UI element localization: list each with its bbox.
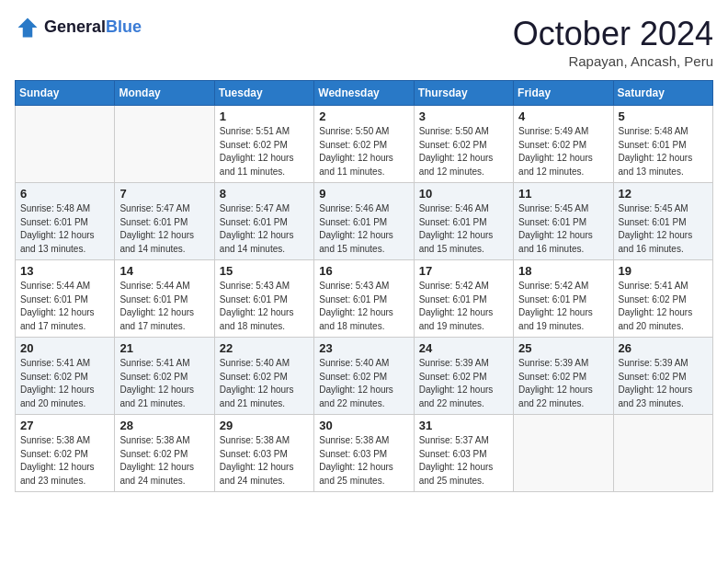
day-info: Sunrise: 5:47 AM Sunset: 6:01 PM Dayligh…	[220, 202, 309, 256]
calendar-cell: 1Sunrise: 5:51 AM Sunset: 6:02 PM Daylig…	[214, 106, 313, 183]
calendar-table: SundayMondayTuesdayWednesdayThursdayFrid…	[15, 80, 713, 492]
day-number: 13	[20, 264, 109, 278]
day-info: Sunrise: 5:47 AM Sunset: 6:01 PM Dayligh…	[119, 202, 209, 256]
day-info: Sunrise: 5:46 AM Sunset: 6:01 PM Dayligh…	[419, 202, 508, 256]
day-info: Sunrise: 5:48 AM Sunset: 6:01 PM Dayligh…	[619, 125, 708, 178]
day-number: 10	[419, 187, 508, 201]
calendar-cell: 4Sunrise: 5:49 AM Sunset: 6:02 PM Daylig…	[514, 106, 613, 183]
day-number: 5	[619, 109, 708, 123]
day-number: 16	[319, 264, 408, 278]
weekday-header-sunday: Sunday	[16, 81, 115, 106]
weekday-header-tuesday: Tuesday	[214, 81, 313, 106]
calendar-cell: 10Sunrise: 5:46 AM Sunset: 6:01 PM Dayli…	[414, 183, 513, 260]
day-number: 2	[319, 109, 408, 123]
logo-text: GeneralBlue	[44, 18, 142, 37]
day-info: Sunrise: 5:44 AM Sunset: 6:01 PM Dayligh…	[119, 280, 209, 333]
day-info: Sunrise: 5:39 AM Sunset: 6:02 PM Dayligh…	[419, 357, 508, 410]
day-info: Sunrise: 5:39 AM Sunset: 6:02 PM Dayligh…	[518, 357, 608, 410]
weekday-header-friday: Friday	[514, 81, 613, 106]
day-number: 8	[220, 187, 309, 201]
day-number: 28	[119, 419, 209, 432]
calendar-cell: 9Sunrise: 5:46 AM Sunset: 6:01 PM Daylig…	[314, 183, 414, 260]
day-info: Sunrise: 5:41 AM Sunset: 6:02 PM Dayligh…	[619, 280, 708, 333]
day-number: 27	[20, 419, 109, 432]
day-info: Sunrise: 5:49 AM Sunset: 6:02 PM Dayligh…	[518, 125, 608, 178]
weekday-header-row: SundayMondayTuesdayWednesdayThursdayFrid…	[16, 81, 713, 106]
calendar-cell: 27Sunrise: 5:38 AM Sunset: 6:02 PM Dayli…	[16, 415, 115, 492]
day-number: 7	[119, 187, 209, 201]
logo: GeneralBlue	[15, 15, 142, 40]
day-number: 1	[220, 109, 309, 123]
day-number: 15	[220, 264, 309, 278]
day-number: 31	[419, 419, 508, 432]
calendar-cell: 8Sunrise: 5:47 AM Sunset: 6:01 PM Daylig…	[214, 183, 313, 260]
day-info: Sunrise: 5:38 AM Sunset: 6:02 PM Dayligh…	[119, 434, 209, 488]
week-row-2: 6Sunrise: 5:48 AM Sunset: 6:01 PM Daylig…	[16, 183, 713, 260]
calendar-cell: 21Sunrise: 5:41 AM Sunset: 6:02 PM Dayli…	[115, 338, 214, 415]
day-number: 30	[319, 419, 408, 432]
day-info: Sunrise: 5:51 AM Sunset: 6:02 PM Dayligh…	[220, 125, 309, 178]
day-info: Sunrise: 5:48 AM Sunset: 6:01 PM Dayligh…	[20, 202, 109, 256]
day-number: 14	[119, 264, 209, 278]
day-info: Sunrise: 5:39 AM Sunset: 6:02 PM Dayligh…	[619, 357, 708, 410]
calendar-cell: 15Sunrise: 5:43 AM Sunset: 6:01 PM Dayli…	[214, 260, 313, 338]
week-row-5: 27Sunrise: 5:38 AM Sunset: 6:02 PM Dayli…	[16, 415, 713, 492]
day-number: 22	[220, 341, 309, 355]
calendar-cell: 23Sunrise: 5:40 AM Sunset: 6:02 PM Dayli…	[314, 338, 414, 415]
day-number: 9	[319, 187, 408, 201]
calendar-cell: 11Sunrise: 5:45 AM Sunset: 6:01 PM Dayli…	[514, 183, 613, 260]
calendar-cell: 31Sunrise: 5:37 AM Sunset: 6:03 PM Dayli…	[414, 415, 513, 492]
day-number: 11	[518, 187, 608, 201]
calendar-cell: 5Sunrise: 5:48 AM Sunset: 6:01 PM Daylig…	[613, 106, 712, 183]
title-block: October 2024 Rapayan, Ancash, Peru	[513, 15, 713, 69]
page-header: GeneralBlue October 2024 Rapayan, Ancash…	[15, 15, 713, 69]
calendar-cell: 30Sunrise: 5:38 AM Sunset: 6:03 PM Dayli…	[314, 415, 414, 492]
calendar-cell	[16, 106, 115, 183]
day-number: 23	[319, 341, 408, 355]
calendar-cell: 14Sunrise: 5:44 AM Sunset: 6:01 PM Dayli…	[115, 260, 214, 338]
day-number: 4	[518, 109, 608, 123]
day-info: Sunrise: 5:40 AM Sunset: 6:02 PM Dayligh…	[319, 357, 408, 410]
day-info: Sunrise: 5:45 AM Sunset: 6:01 PM Dayligh…	[619, 202, 708, 256]
weekday-header-thursday: Thursday	[414, 81, 513, 106]
calendar-cell: 28Sunrise: 5:38 AM Sunset: 6:02 PM Dayli…	[115, 415, 214, 492]
month-title: October 2024	[513, 15, 713, 53]
day-info: Sunrise: 5:44 AM Sunset: 6:01 PM Dayligh…	[20, 280, 109, 333]
day-number: 21	[119, 341, 209, 355]
day-info: Sunrise: 5:50 AM Sunset: 6:02 PM Dayligh…	[419, 125, 508, 178]
calendar-cell	[115, 106, 214, 183]
calendar-cell: 18Sunrise: 5:42 AM Sunset: 6:01 PM Dayli…	[514, 260, 613, 338]
week-row-1: 1Sunrise: 5:51 AM Sunset: 6:02 PM Daylig…	[16, 106, 713, 183]
day-number: 19	[619, 264, 708, 278]
calendar-cell: 22Sunrise: 5:40 AM Sunset: 6:02 PM Dayli…	[214, 338, 313, 415]
svg-marker-0	[18, 18, 38, 38]
calendar-cell: 17Sunrise: 5:42 AM Sunset: 6:01 PM Dayli…	[414, 260, 513, 338]
day-number: 12	[619, 187, 708, 201]
calendar-cell: 25Sunrise: 5:39 AM Sunset: 6:02 PM Dayli…	[514, 338, 613, 415]
day-number: 25	[518, 341, 608, 355]
day-info: Sunrise: 5:38 AM Sunset: 6:02 PM Dayligh…	[20, 434, 109, 488]
day-info: Sunrise: 5:40 AM Sunset: 6:02 PM Dayligh…	[220, 357, 309, 410]
calendar-cell: 12Sunrise: 5:45 AM Sunset: 6:01 PM Dayli…	[613, 183, 712, 260]
day-info: Sunrise: 5:46 AM Sunset: 6:01 PM Dayligh…	[319, 202, 408, 256]
calendar-cell: 2Sunrise: 5:50 AM Sunset: 6:02 PM Daylig…	[314, 106, 414, 183]
day-number: 6	[20, 187, 109, 201]
day-info: Sunrise: 5:50 AM Sunset: 6:02 PM Dayligh…	[319, 125, 408, 178]
day-number: 17	[419, 264, 508, 278]
logo-icon	[15, 15, 40, 40]
day-info: Sunrise: 5:45 AM Sunset: 6:01 PM Dayligh…	[518, 202, 608, 256]
calendar-cell: 29Sunrise: 5:38 AM Sunset: 6:03 PM Dayli…	[214, 415, 313, 492]
day-info: Sunrise: 5:38 AM Sunset: 6:03 PM Dayligh…	[220, 434, 309, 488]
day-info: Sunrise: 5:43 AM Sunset: 6:01 PM Dayligh…	[220, 280, 309, 333]
day-number: 24	[419, 341, 508, 355]
day-number: 29	[220, 419, 309, 432]
day-info: Sunrise: 5:42 AM Sunset: 6:01 PM Dayligh…	[518, 280, 608, 333]
weekday-header-saturday: Saturday	[613, 81, 712, 106]
calendar-cell	[613, 415, 712, 492]
calendar-cell: 7Sunrise: 5:47 AM Sunset: 6:01 PM Daylig…	[115, 183, 214, 260]
calendar-cell: 16Sunrise: 5:43 AM Sunset: 6:01 PM Dayli…	[314, 260, 414, 338]
day-number: 20	[20, 341, 109, 355]
calendar-cell: 24Sunrise: 5:39 AM Sunset: 6:02 PM Dayli…	[414, 338, 513, 415]
day-info: Sunrise: 5:41 AM Sunset: 6:02 PM Dayligh…	[20, 357, 109, 410]
day-number: 26	[619, 341, 708, 355]
